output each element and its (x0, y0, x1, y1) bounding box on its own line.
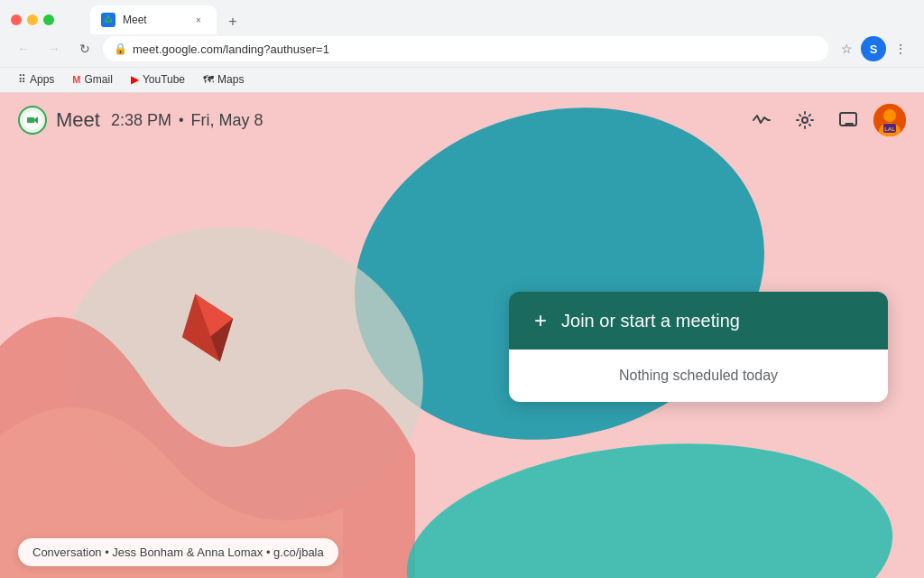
footer-text: Conversation • Jess Bonham & Anna Lomax … (32, 545, 324, 559)
action-card: + Join or start a meeting Nothing schedu… (509, 292, 888, 402)
bookmark-maps[interactable]: 🗺 Maps (196, 70, 251, 89)
meet-logo: Meet (18, 106, 100, 135)
refresh-button[interactable]: ↻ (72, 36, 97, 61)
maps-icon: 🗺 (203, 73, 214, 86)
toolbar-right: ☆ S ⋮ (834, 36, 913, 61)
join-meeting-label: Join or start a meeting (561, 311, 740, 331)
nothing-scheduled: Nothing scheduled today (509, 350, 888, 402)
footer-chip: Conversation • Jess Bonham & Anna Lomax … (18, 538, 338, 566)
back-button[interactable]: ← (11, 36, 36, 61)
tab-close-button[interactable]: × (191, 13, 206, 27)
activity-button[interactable] (744, 102, 780, 138)
settings-icon (795, 110, 815, 130)
join-meeting-button[interactable]: + Join or start a meeting (509, 292, 888, 350)
tab-title: Meet (123, 14, 184, 26)
address-bar[interactable]: 🔒 meet.google.com/landing?authuser=1 (103, 36, 828, 61)
feedback-button[interactable] (830, 102, 866, 138)
activity-icon (752, 110, 772, 130)
meet-logo-icon (18, 106, 47, 135)
bookmarks-bar: ⠿ Apps M Gmail ▶ YouTube 🗺 Maps (0, 67, 924, 92)
bookmark-apps[interactable]: ⠿ Apps (11, 70, 61, 89)
bookmark-apps-label: Apps (30, 73, 54, 86)
meet-logo-text: Meet (56, 108, 100, 132)
star-button[interactable]: ☆ (834, 36, 859, 61)
tab-favicon (101, 13, 116, 27)
gmail-icon: M (72, 74, 80, 85)
active-tab[interactable]: Meet × (90, 5, 217, 34)
new-tab-button[interactable]: + (220, 9, 245, 34)
feedback-icon (838, 110, 858, 130)
svg-point-4 (398, 424, 902, 578)
app-content: Meet 2:38 PM • Fri, May 8 (0, 93, 924, 578)
user-avatar-image: LAL (873, 104, 906, 136)
youtube-icon: ▶ (131, 73, 139, 86)
bookmark-gmail[interactable]: M Gmail (65, 70, 120, 89)
window-controls (11, 14, 54, 25)
url-text: meet.google.com/landing?authuser=1 (133, 42, 329, 56)
nothing-scheduled-text: Nothing scheduled today (619, 368, 778, 383)
svg-point-9 (802, 117, 808, 123)
svg-point-1 (106, 15, 110, 19)
meet-time: 2:38 PM (111, 111, 171, 130)
tab-bar: Meet × + (79, 5, 256, 34)
bookmark-gmail-label: Gmail (85, 73, 113, 86)
meet-separator: • (179, 112, 184, 128)
lock-icon: 🔒 (114, 42, 127, 55)
svg-point-12 (883, 109, 896, 122)
svg-text:LAL: LAL (884, 126, 895, 132)
maximize-window-button[interactable] (43, 14, 54, 25)
forward-button[interactable]: → (42, 36, 67, 61)
bookmark-youtube[interactable]: ▶ YouTube (124, 70, 192, 89)
bookmark-youtube-label: YouTube (143, 73, 185, 86)
title-bar: Meet × + (0, 0, 924, 33)
user-avatar-button[interactable]: LAL (873, 104, 906, 136)
bookmark-maps-label: Maps (217, 73, 244, 86)
meet-header: Meet 2:38 PM • Fri, May 8 (0, 93, 924, 147)
plus-icon: + (534, 310, 547, 331)
apps-icon: ⠿ (18, 73, 26, 86)
profile-button[interactable]: S (861, 36, 886, 61)
meet-date: Fri, May 8 (191, 111, 263, 130)
minimize-window-button[interactable] (27, 14, 38, 25)
browser-chrome: Meet × + ← → ↻ 🔒 meet.google.com/landing… (0, 0, 924, 93)
settings-button[interactable] (787, 102, 823, 138)
menu-button[interactable]: ⋮ (888, 36, 913, 61)
close-window-button[interactable] (11, 14, 22, 25)
meet-header-right: LAL (744, 102, 906, 138)
address-bar-row: ← → ↻ 🔒 meet.google.com/landing?authuser… (0, 33, 924, 67)
